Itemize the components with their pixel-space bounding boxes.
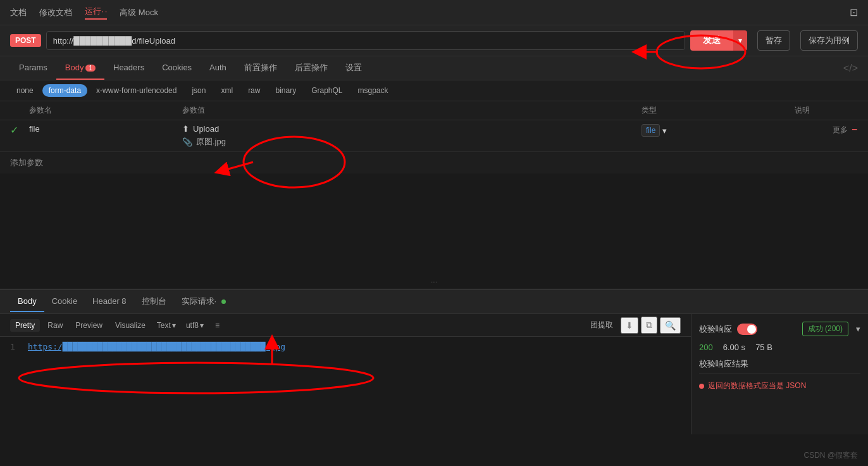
save-button[interactable]: 暂存: [757, 30, 790, 51]
response-tab-cookie[interactable]: Cookie: [44, 291, 85, 312]
row-checkbox[interactable]: ✓: [10, 124, 29, 136]
type-value[interactable]: file: [642, 124, 660, 137]
code-icon[interactable]: </>: [843, 63, 858, 74]
response-url-value[interactable]: https:/█████████████████████████████████…: [28, 342, 285, 351]
request-tabs-bar: Params Body1 Headers Cookies Auth 前置操作 后…: [0, 56, 868, 80]
param-value-cell: ⬆ Upload 📎 原图.jpg: [182, 124, 488, 148]
paperclip-icon: 📎: [182, 137, 192, 147]
response-content: 1 https:/███████████████████████████████…: [0, 337, 691, 434]
response-tabs-bar: Body Cookie Header 8 控制台 实际请求·: [0, 290, 868, 314]
params-table-header: 参数名 参数值 类型 说明: [0, 101, 868, 120]
more-button[interactable]: 更多: [833, 125, 848, 135]
response-tab-console[interactable]: 控制台: [134, 291, 174, 313]
search-button[interactable]: 🔍: [660, 317, 681, 334]
encoding-dropdown[interactable]: utf8 ▾: [182, 319, 208, 332]
format-visualize[interactable]: Visualize: [110, 319, 151, 332]
validation-label: 校验响应: [699, 324, 732, 335]
validation-toggle[interactable]: [737, 324, 757, 335]
response-size: 75 B: [755, 343, 772, 352]
tab-cookies[interactable]: Cookies: [153, 56, 201, 80]
send-button[interactable]: 发送: [690, 30, 733, 51]
response-time: 6.00 s: [723, 343, 745, 352]
params-table: 参数名 参数值 类型 说明 ✓ file ⬆ Upload 📎 原图.jpg f…: [0, 101, 868, 173]
status-code: 200: [699, 343, 713, 352]
body-type-graphql[interactable]: GraphQL: [305, 84, 349, 97]
body-type-msgpack[interactable]: msgpack: [352, 84, 395, 97]
body-type-json[interactable]: json: [185, 84, 212, 97]
chevron-down-icon: ▾: [172, 321, 176, 330]
tab-post-action[interactable]: 后置操作: [286, 56, 337, 81]
table-row: ✓ file ⬆ Upload 📎 原图.jpg file ▾ 更多 −: [0, 120, 868, 152]
active-dot-icon: [221, 299, 226, 304]
download-button[interactable]: ⬇: [621, 317, 638, 334]
toggle-knob: [747, 325, 756, 334]
empty-area: [0, 173, 868, 275]
response-content-panel: Pretty Raw Preview Visualize Text ▾ utf8…: [0, 314, 691, 434]
copy-button[interactable]: ⧉: [641, 317, 657, 334]
url-input[interactable]: [46, 31, 685, 50]
extract-button[interactable]: 团提取: [585, 318, 618, 332]
top-navigation: 文档 修改文档 运行· 高级 Mock ⊡: [0, 0, 868, 25]
chevron-down-icon[interactable]: ▾: [856, 324, 860, 334]
response-stats: 200 6.00 s 75 B: [699, 343, 860, 352]
file-attachment: 📎 原图.jpg: [182, 136, 488, 148]
body-type-none[interactable]: none: [10, 84, 40, 97]
body-type-urlencoded[interactable]: x-www-form-urlencoded: [90, 84, 183, 97]
validation-results-title: 校验响应结果: [699, 358, 860, 374]
tab-params[interactable]: Params: [10, 56, 56, 80]
format-pretty[interactable]: Pretty: [10, 319, 40, 332]
body-type-bar: none form-data x-www-form-urlencoded jso…: [0, 80, 868, 101]
row-actions: 更多 −: [833, 124, 858, 135]
tab-headers[interactable]: Headers: [104, 56, 153, 80]
line-number: 1: [10, 342, 23, 351]
tab-auth[interactable]: Auth: [201, 56, 235, 80]
body-type-xml[interactable]: xml: [214, 84, 239, 97]
send-button-group: 发送 ▾: [690, 30, 747, 51]
add-param-button[interactable]: 添加参数: [0, 152, 868, 173]
method-badge: POST: [10, 34, 41, 47]
divider: ···: [0, 275, 868, 289]
nav-advanced-mock[interactable]: 高级 Mock: [120, 7, 158, 18]
layout-icon[interactable]: ⊡: [850, 7, 858, 18]
response-section: Body Cookie Header 8 控制台 实际请求· Pretty Ra…: [0, 289, 868, 434]
param-name-file: file: [29, 124, 182, 134]
body-type-raw[interactable]: raw: [242, 84, 266, 97]
nav-edit-docs[interactable]: 修改文档: [39, 7, 72, 18]
nav-run[interactable]: 运行·: [85, 6, 107, 20]
response-tab-actual[interactable]: 实际请求·: [174, 291, 233, 313]
text-dropdown[interactable]: Text ▾: [153, 319, 180, 332]
watermark: CSDN @假客套: [803, 450, 858, 461]
response-line-1: 1 https:/███████████████████████████████…: [10, 342, 681, 351]
save-example-button[interactable]: 保存为用例: [800, 30, 858, 51]
format-bar: Pretty Raw Preview Visualize Text ▾ utf8…: [0, 314, 691, 337]
upload-icon: ⬆: [182, 124, 189, 134]
body-type-binary[interactable]: binary: [269, 84, 302, 97]
body-type-form-data[interactable]: form-data: [42, 84, 87, 97]
tab-body[interactable]: Body1: [56, 56, 104, 80]
nav-docs[interactable]: 文档: [10, 7, 27, 18]
validation-error-item: 返回的数据格式应当是 JSON: [699, 381, 860, 391]
error-indicator-icon: [699, 384, 704, 389]
validation-header: 校验响应 成功 (200) ▾: [699, 322, 860, 336]
format-right-actions: 团提取 ⬇ ⧉ 🔍: [585, 317, 681, 334]
send-dropdown-button[interactable]: ▾: [733, 30, 747, 51]
format-raw[interactable]: Raw: [42, 319, 68, 332]
format-preview[interactable]: Preview: [70, 319, 108, 332]
response-tab-body[interactable]: Body: [10, 291, 44, 312]
response-tab-header[interactable]: Header 8: [85, 291, 133, 312]
type-selector[interactable]: file ▾: [642, 124, 795, 137]
error-message: 返回的数据格式应当是 JSON: [708, 381, 806, 391]
chevron-down-icon: ▾: [200, 321, 204, 330]
body-badge: 1: [85, 65, 96, 72]
validation-panel: 校验响应 成功 (200) ▾ 200 6.00 s 75 B 校验响应结果 返…: [691, 314, 868, 434]
chevron-down-icon: ▾: [662, 126, 667, 135]
tab-settings[interactable]: 设置: [337, 56, 371, 81]
url-bar: POST 发送 ▾ 暂存 保存为用例: [0, 25, 868, 56]
validation-status: 成功 (200): [802, 322, 848, 336]
wrap-toggle[interactable]: ≡: [210, 319, 225, 332]
tab-pre-action[interactable]: 前置操作: [235, 56, 286, 81]
response-body-area: Pretty Raw Preview Visualize Text ▾ utf8…: [0, 314, 868, 434]
upload-button[interactable]: ⬆ Upload: [182, 124, 488, 134]
remove-button[interactable]: −: [852, 124, 857, 135]
